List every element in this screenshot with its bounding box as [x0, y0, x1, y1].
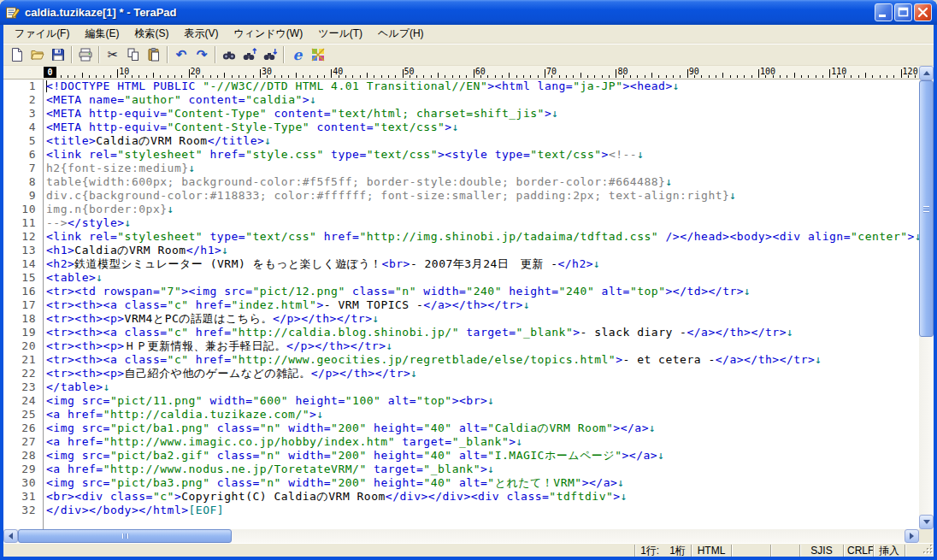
- open-file-button[interactable]: [27, 45, 48, 64]
- minimize-button[interactable]: [875, 3, 893, 21]
- save-file-button[interactable]: [48, 45, 68, 64]
- paste-button[interactable]: [144, 45, 164, 64]
- code-line-text: <META http-equiv="Content-Type" content=…: [46, 107, 559, 121]
- code-line-text: <META name="author" content="caldia">↓: [46, 93, 316, 107]
- toolbar-separator: [283, 46, 285, 63]
- print-button[interactable]: [75, 45, 96, 64]
- ruler-tick: [666, 75, 667, 78]
- ruler-tick: [146, 75, 147, 78]
- horizontal-scroll-thumb[interactable]: [18, 529, 232, 543]
- close-button[interactable]: [914, 3, 932, 21]
- titlebar[interactable]: caldia.tuzikaze[1] * - TeraPad: [0, 0, 937, 25]
- menu-window[interactable]: ウィンドウ(W): [226, 24, 310, 44]
- scroll-right-button[interactable]: [905, 529, 919, 543]
- code-line[interactable]: 12<link rel="stylesheet" type="text/css"…: [3, 230, 919, 244]
- find-button[interactable]: [219, 45, 239, 64]
- code-line[interactable]: 26<img src="pict/ba1.png" class="n" widt…: [3, 421, 919, 435]
- maximize-button[interactable]: [894, 3, 912, 21]
- code-line-text: table{width:600px; background-color:#f5f…: [46, 175, 673, 189]
- line-number: 11: [3, 216, 36, 230]
- code-line[interactable]: 7h2{font-size:medium}↓: [3, 162, 919, 175]
- horizontal-scrollbar[interactable]: [3, 529, 919, 543]
- find-up-button[interactable]: [239, 45, 260, 64]
- ruler-tick: [887, 75, 887, 78]
- menu-file[interactable]: ファイル(F): [7, 24, 77, 44]
- ruler-tick: [594, 75, 595, 78]
- code-line[interactable]: 20<tr><th><p>ＨＰ更新情報、兼お手軽日記。</p></th></tr…: [3, 339, 919, 353]
- ruler-tick: [309, 75, 310, 78]
- code-line[interactable]: 13<h1>CaldiaのVRM Room</h1>↓: [3, 244, 919, 257]
- code-line[interactable]: 9div.c{background-color:#118833; color:#…: [3, 189, 919, 203]
- code-line[interactable]: 14<h2>鉄道模型シミュレーター (VRM) をもっと楽しく遊ぼう！<br>-…: [3, 257, 919, 271]
- ruler-tick: [345, 75, 346, 78]
- code-line[interactable]: 25<a href="http://caldia.tuzikaze.com/">…: [3, 408, 919, 421]
- code-line[interactable]: 28<img src="pict/ba2.gif" class="n" widt…: [3, 449, 919, 463]
- cut-button[interactable]: ✂: [103, 45, 123, 64]
- code-line[interactable]: 27<a href="http://www.imagic.co.jp/hobby…: [3, 435, 919, 449]
- scroll-left-button[interactable]: [3, 529, 18, 543]
- code-line[interactable]: 6<link rel="stylesheet" href="style.css"…: [3, 148, 919, 162]
- cut-icon: ✂: [108, 47, 119, 62]
- code-line[interactable]: 21<tr><th><a class="c" href="http://www.…: [3, 353, 919, 367]
- code-line[interactable]: 32</div></body></html>[EOF]: [3, 504, 919, 517]
- status-caret-position: 1行: 1桁: [634, 545, 691, 557]
- ruler-tick: [68, 75, 68, 78]
- find-down-button[interactable]: [260, 45, 280, 64]
- code-line[interactable]: 22<tr><th><p>自己紹介や他のゲームなどの雑記。</p></th></…: [3, 367, 919, 380]
- new-file-icon: [9, 47, 25, 62]
- code-line-text: div.c{background-color:#118833; color:#f…: [46, 189, 737, 203]
- code-line[interactable]: 19<tr><th><a class="c" href="http://cald…: [3, 326, 919, 339]
- code-line[interactable]: 16<tr><td rowspan="7"><img src="pict/12.…: [3, 285, 919, 298]
- ruler-tick: [701, 75, 702, 78]
- code-line[interactable]: 3<META http-equiv="Content-Type" content…: [3, 107, 919, 121]
- menu-view[interactable]: 表示(V): [176, 24, 226, 44]
- code-line[interactable]: 18<tr><th><p>VRM4とPCの話題はこちら。</p></th></t…: [3, 312, 919, 326]
- code-line[interactable]: 30<img src="pict/ba3.png" class="n" widt…: [3, 476, 919, 490]
- menu-search[interactable]: 検索(S): [127, 24, 176, 44]
- vertical-scroll-thumb[interactable]: [919, 80, 934, 337]
- line-number: 13: [3, 244, 36, 257]
- code-line[interactable]: 23</table>↓: [3, 380, 919, 394]
- code-line[interactable]: 1<!DOCTYPE HTML PUBLIC "-//W3C//DTD HTML…: [3, 80, 919, 93]
- menu-edit[interactable]: 編集(E): [77, 24, 127, 44]
- resize-grip-icon[interactable]: [922, 543, 933, 557]
- code-line[interactable]: 31<br><div class="c">Copyright(C) Caldia…: [3, 490, 919, 504]
- ruler-tick: [758, 69, 759, 78]
- ruler-tick: [637, 75, 638, 78]
- code-line[interactable]: 4<META http-equiv="Content-Style-Type" c…: [3, 121, 919, 134]
- ruler-tick: [523, 75, 524, 78]
- code-line[interactable]: 11--></style>↓: [3, 216, 919, 230]
- external-tool-button[interactable]: [308, 45, 328, 64]
- ruler-tick: [431, 75, 432, 78]
- code-line[interactable]: 2<META name="author" content="caldia">↓: [3, 93, 919, 107]
- scroll-down-button[interactable]: [919, 515, 934, 529]
- code-line[interactable]: 8table{width:600px; background-color:#f5…: [3, 175, 919, 189]
- code-line[interactable]: 29<a href="http://www.nodus.ne.jp/Toreta…: [3, 463, 919, 476]
- text-editor-area[interactable]: 1<!DOCTYPE HTML PUBLIC "-//W3C//DTD HTML…: [3, 80, 919, 529]
- ruler-label: 50: [404, 67, 415, 76]
- code-line[interactable]: 10img.n{border:0px}↓: [3, 203, 919, 216]
- code-line[interactable]: 15<table>↓: [3, 271, 919, 285]
- undo-button[interactable]: ↶: [171, 45, 192, 64]
- scroll-up-button[interactable]: [919, 66, 934, 80]
- vertical-scrollbar[interactable]: [919, 66, 934, 529]
- menu-help[interactable]: ヘルプ(H): [370, 24, 432, 44]
- line-number: 3: [3, 107, 36, 121]
- code-line[interactable]: 24<img src="pict/11.png" width="600" hei…: [3, 394, 919, 408]
- ruler-tick: [374, 75, 374, 78]
- menu-tool[interactable]: ツール(T): [310, 24, 370, 44]
- redo-button[interactable]: ↷: [192, 45, 212, 64]
- code-line-text: <title>CaldiaのVRM Room</title>↓: [46, 134, 272, 148]
- code-line[interactable]: 5<title>CaldiaのVRM Room</title>↓: [3, 134, 919, 148]
- menubar: ファイル(F)編集(E)検索(S)表示(V)ウィンドウ(W)ツール(T)ヘルプ(…: [3, 25, 934, 44]
- ruler-label: 20: [191, 67, 201, 76]
- code-line[interactable]: 17<tr><th><a class="c" href="indez.html"…: [3, 298, 919, 312]
- line-number: 26: [3, 421, 36, 435]
- copy-button[interactable]: [123, 45, 144, 64]
- ruler-label: 80: [617, 67, 628, 76]
- ruler-tick: [96, 75, 97, 78]
- external-tool-icon: [310, 47, 326, 62]
- new-file-button[interactable]: [7, 45, 27, 64]
- ie-preview-button[interactable]: e: [287, 45, 308, 64]
- ruler-tick: [168, 75, 168, 78]
